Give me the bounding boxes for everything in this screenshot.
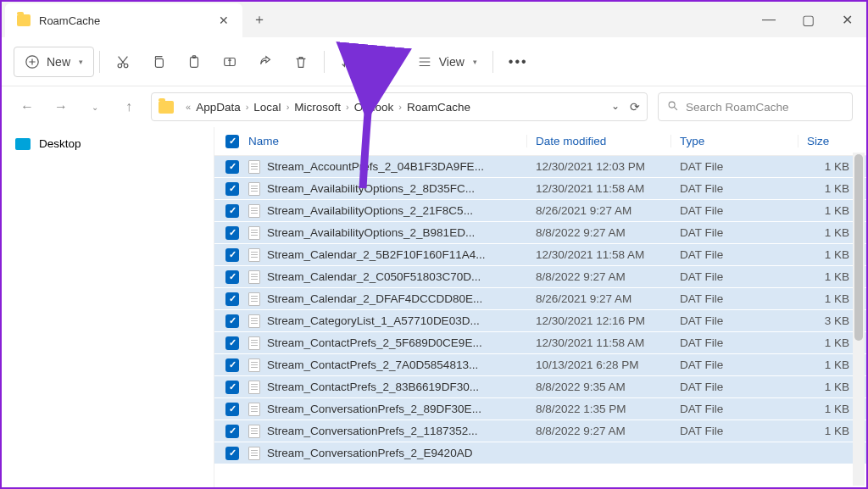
- file-type: DAT File: [671, 160, 798, 173]
- breadcrumb-item[interactable]: AppData: [196, 101, 241, 114]
- column-header-date[interactable]: Date modified: [527, 135, 671, 147]
- row-checkbox[interactable]: [225, 425, 239, 438]
- table-row[interactable]: Stream_AvailabilityOptions_2_21F8C5... 8…: [214, 200, 866, 222]
- select-all-checkbox[interactable]: [225, 135, 239, 148]
- row-checkbox[interactable]: [225, 447, 239, 460]
- search-input[interactable]: Search RoamCache: [658, 92, 853, 121]
- close-window-button[interactable]: ✕: [827, 2, 866, 37]
- column-header-size[interactable]: Size: [798, 135, 866, 147]
- up-button[interactable]: ↑: [117, 95, 141, 119]
- recent-menu-button[interactable]: ⌄: [83, 95, 107, 119]
- new-button[interactable]: New ▾: [14, 47, 94, 77]
- row-checkbox[interactable]: [225, 358, 239, 372]
- file-type: DAT File: [671, 403, 798, 415]
- row-checkbox[interactable]: [225, 204, 239, 218]
- table-row[interactable]: Stream_ConversationPrefs_2_E9420AD: [214, 442, 866, 464]
- row-checkbox[interactable]: [225, 160, 239, 174]
- chevron-right-icon: ›: [287, 102, 290, 112]
- row-checkbox[interactable]: [225, 248, 239, 262]
- title-bar: RoamCache ✕ ＋ — ▢ ✕: [2, 2, 866, 37]
- chevron-right-icon: ›: [398, 102, 402, 112]
- toolbar-separator: [99, 51, 100, 73]
- table-row[interactable]: Stream_ContactPrefs_2_83B6619DF30... 8/8…: [214, 376, 866, 398]
- file-type: DAT File: [671, 336, 798, 349]
- sort-icon: [340, 54, 355, 69]
- breadcrumb-item[interactable]: Outlook: [354, 101, 394, 114]
- table-row[interactable]: Stream_Calendar_2_DFAF4DCCDD80E... 8/26/…: [214, 288, 866, 310]
- file-icon: [248, 447, 260, 460]
- file-name: Stream_Calendar_2_5B2F10F160F11A4...: [267, 248, 485, 261]
- file-date: 12/30/2021 11:58 AM: [527, 336, 671, 349]
- view-icon: [417, 54, 432, 69]
- view-button[interactable]: View ▾: [407, 47, 487, 77]
- sidebar-item-label: Desktop: [39, 137, 81, 150]
- toolbar-separator: [492, 51, 493, 73]
- sidebar-item-desktop[interactable]: Desktop: [2, 132, 214, 155]
- file-name: Stream_Calendar_2_C050F51803C70D...: [267, 270, 481, 283]
- tab-title: RoamCache: [39, 14, 205, 27]
- file-date: 12/30/2021 11:58 AM: [527, 248, 671, 261]
- chevron-right-icon: ›: [246, 102, 249, 112]
- row-checkbox[interactable]: [225, 292, 239, 306]
- file-icon: [248, 182, 260, 196]
- file-name: Stream_AvailabilityOptions_2_21F8C5...: [267, 204, 473, 217]
- copy-button[interactable]: [141, 47, 176, 77]
- row-checkbox[interactable]: [225, 336, 239, 350]
- sort-button[interactable]: Sort ▾: [330, 47, 407, 77]
- file-name: Stream_Calendar_2_DFAF4DCCDD80E...: [267, 292, 482, 305]
- maximize-button[interactable]: ▢: [788, 2, 827, 37]
- file-date: 8/8/2022 9:27 AM: [527, 270, 671, 283]
- table-row[interactable]: Stream_AvailabilityOptions_2_B981ED... 8…: [214, 222, 866, 244]
- row-checkbox[interactable]: [225, 182, 239, 196]
- chevron-down-icon[interactable]: ⌄: [611, 100, 620, 114]
- window-tab[interactable]: RoamCache ✕: [5, 3, 242, 37]
- file-name: Stream_ConversationPrefs_2_1187352...: [267, 425, 477, 437]
- paste-button[interactable]: [176, 47, 212, 77]
- table-row[interactable]: Stream_Calendar_2_C050F51803C70D... 8/8/…: [214, 266, 866, 288]
- breadcrumb-item[interactable]: Microsoft: [294, 101, 341, 114]
- back-button[interactable]: ←: [15, 95, 39, 119]
- row-checkbox[interactable]: [225, 381, 239, 394]
- file-name: Stream_AccountPrefs_2_04B1F3DA9FE...: [267, 160, 484, 173]
- file-type: DAT File: [671, 204, 798, 217]
- file-icon: [248, 358, 260, 372]
- share-button[interactable]: [248, 47, 283, 77]
- table-row[interactable]: Stream_ContactPrefs_2_5F689D0CE9E... 12/…: [214, 332, 866, 354]
- file-icon: [248, 403, 260, 416]
- file-name: Stream_AvailabilityOptions_2_8D35FC...: [267, 182, 475, 195]
- row-checkbox[interactable]: [225, 314, 239, 328]
- column-header-name[interactable]: Name: [245, 135, 527, 147]
- cut-icon: [115, 54, 131, 69]
- file-name: Stream_AvailabilityOptions_2_B981ED...: [267, 226, 475, 239]
- file-date: 12/30/2021 12:16 PM: [527, 314, 671, 327]
- more-button[interactable]: •••: [498, 47, 538, 77]
- minimize-button[interactable]: —: [749, 2, 788, 37]
- breadcrumb-item[interactable]: Local: [253, 101, 281, 114]
- forward-button[interactable]: →: [49, 95, 73, 119]
- row-checkbox[interactable]: [225, 403, 239, 416]
- new-tab-button[interactable]: ＋: [242, 2, 276, 37]
- delete-button[interactable]: [283, 47, 319, 77]
- file-icon: [248, 204, 260, 218]
- table-row[interactable]: Stream_CategoryList_1_A57710DE03D... 12/…: [214, 310, 866, 332]
- breadcrumb-overflow[interactable]: «: [186, 102, 191, 112]
- row-checkbox[interactable]: [225, 270, 239, 284]
- scrollbar[interactable]: [853, 153, 865, 486]
- rename-button[interactable]: [212, 47, 248, 77]
- refresh-button[interactable]: ⟳: [630, 100, 640, 114]
- breadcrumb[interactable]: « AppData › Local › Microsoft › Outlook …: [151, 92, 648, 121]
- table-row[interactable]: Stream_ConversationPrefs_2_89DF30E... 8/…: [214, 398, 866, 420]
- table-row[interactable]: Stream_ConversationPrefs_2_1187352... 8/…: [214, 420, 866, 442]
- file-icon: [248, 160, 260, 174]
- row-checkbox[interactable]: [225, 226, 239, 240]
- table-row[interactable]: Stream_ContactPrefs_2_7A0D5854813... 10/…: [214, 354, 866, 376]
- breadcrumb-item[interactable]: RoamCache: [407, 101, 470, 114]
- cut-button[interactable]: [105, 47, 141, 77]
- table-row[interactable]: Stream_AccountPrefs_2_04B1F3DA9FE... 12/…: [214, 156, 866, 178]
- table-row[interactable]: Stream_Calendar_2_5B2F10F160F11A4... 12/…: [214, 244, 866, 266]
- plus-circle-icon: [25, 54, 40, 69]
- column-header-type[interactable]: Type: [671, 135, 798, 147]
- table-row[interactable]: Stream_AvailabilityOptions_2_8D35FC... 1…: [214, 178, 866, 200]
- close-tab-button[interactable]: ✕: [214, 10, 234, 31]
- file-date: 12/30/2021 11:58 AM: [527, 182, 671, 195]
